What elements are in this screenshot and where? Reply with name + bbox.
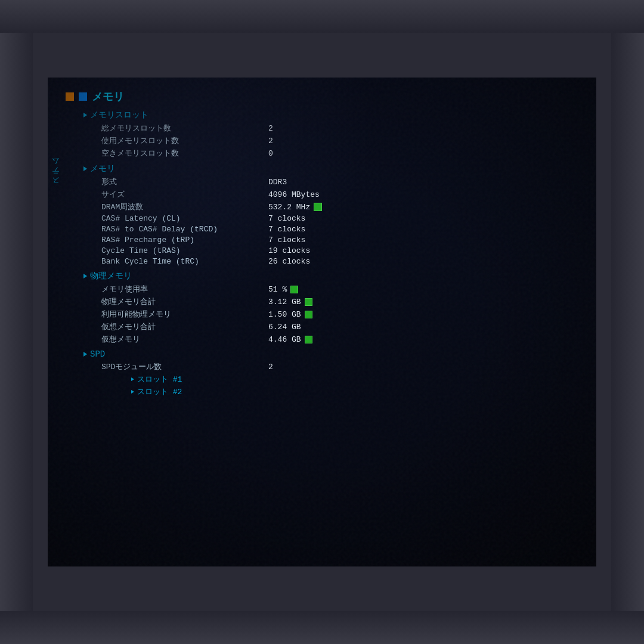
memory-slot-row-0: 総メモリスロット数 2 [101, 123, 596, 134]
physical-memory-row-4: 仮想メモリ 4.46 GB [101, 334, 596, 345]
physical-memory-value-4: 4.46 GB [268, 335, 312, 344]
spd-header: SPD [83, 349, 596, 359]
memory-label-0: 形式 [101, 177, 268, 187]
spd-slot-label-1: スロット #2 [137, 386, 182, 397]
spd-slot-label-0: スロット #1 [137, 374, 182, 385]
screen-content: ステム メモリ メモリスロット 総メモリスロット数 2 使用メモリスロット数 2… [48, 78, 596, 566]
memory-row-4: RAS# to CAS# Delay (tRCD) 7 clocks [101, 225, 596, 234]
physical-memory-label-0: メモリ使用率 [101, 284, 268, 295]
memory-slot-label-1: 使用メモリスロット数 [101, 135, 268, 146]
memory-row-2: DRAM周波数 532.2 MHz [101, 202, 596, 212]
page-title-text: メモリ [92, 89, 124, 104]
memory-row-6: Cycle Time (tRAS) 19 clocks [101, 246, 596, 255]
memory-value-4: 7 clocks [268, 225, 305, 234]
spd-header-text: SPD [90, 349, 105, 359]
physical-memory-label-3: 仮想メモリ合計 [101, 321, 268, 332]
spd-module-count-row: SPDモジュール数 2 [101, 361, 596, 372]
memory-row-5: RAS# Precharge (tRP) 7 clocks [101, 236, 596, 244]
green-indicator-small [305, 336, 312, 343]
physical-memory-header-text: 物理メモリ [90, 271, 132, 281]
spd-slots: スロット #1 スロット #2 [101, 374, 596, 397]
memory-row-0: 形式 DDR3 [101, 177, 596, 187]
physical-memory-value-1: 3.12 GB [268, 298, 312, 306]
physical-memory-label-4: 仮想メモリ [101, 334, 268, 345]
memory-value-6: 19 clocks [268, 246, 310, 255]
memory-section: メモリ 形式 DDR3 サイズ 4096 MBytes DRAM周波数 532.… [83, 163, 596, 266]
memory-slot-value-2: 0 [268, 149, 273, 158]
memory-value-0: DDR3 [268, 178, 287, 187]
triangle-sm-icon-0 [131, 377, 134, 381]
physical-memory-section: 物理メモリ メモリ使用率 51 % 物理メモリ合計 3.12 GB 利用可能物理… [83, 271, 596, 345]
physical-memory-row-1: 物理メモリ合計 3.12 GB [101, 296, 596, 307]
memory-label-1: サイズ [101, 189, 268, 200]
green-indicator-small [290, 286, 298, 293]
memory-value-3: 7 clocks [268, 214, 305, 223]
physical-memory-row-0: メモリ使用率 51 % [101, 284, 596, 295]
triangle-icon-memory [83, 166, 87, 171]
memory-slots-header-text: メモリスロット [90, 110, 148, 120]
memory-slot-row-2: 空きメモリスロット数 0 [101, 148, 596, 159]
photo-border-bottom [0, 611, 644, 644]
memory-value-1: 4096 MBytes [268, 190, 320, 199]
memory-slots-section: メモリスロット 総メモリスロット数 2 使用メモリスロット数 2 空きメモリスロ… [83, 110, 596, 159]
green-indicator [314, 203, 322, 211]
memory-label-4: RAS# to CAS# Delay (tRCD) [101, 225, 268, 234]
spd-section: SPD SPDモジュール数 2 スロット #1 スロット #2 [83, 349, 596, 397]
green-indicator-small [305, 298, 312, 306]
spd-rows: SPDモジュール数 2 スロット #1 スロット #2 [101, 361, 596, 397]
triangle-icon [83, 113, 87, 117]
sidebar-label: ステム [51, 161, 61, 188]
memory-value-2: 532.2 MHz [268, 203, 322, 212]
memory-rows: 形式 DDR3 サイズ 4096 MBytes DRAM周波数 532.2 MH… [101, 177, 596, 266]
memory-slot-row-1: 使用メモリスロット数 2 [101, 135, 596, 146]
memory-value-5: 7 clocks [268, 236, 305, 244]
physical-memory-header: 物理メモリ [83, 271, 596, 281]
memory-label-5: RAS# Precharge (tRP) [101, 236, 268, 244]
green-indicator-small [305, 311, 312, 318]
memory-label-6: Cycle Time (tRAS) [101, 246, 268, 255]
memory-slots-rows: 総メモリスロット数 2 使用メモリスロット数 2 空きメモリスロット数 0 [101, 123, 596, 159]
memory-label-3: CAS# Latency (CL) [101, 214, 268, 223]
memory-slot-label-0: 総メモリスロット数 [101, 123, 268, 134]
triangle-sm-icon-1 [131, 390, 134, 394]
memory-section-header-text: メモリ [90, 163, 115, 174]
physical-memory-value-2: 1.50 GB [268, 310, 312, 319]
physical-memory-rows: メモリ使用率 51 % 物理メモリ合計 3.12 GB 利用可能物理メモリ 1.… [101, 284, 596, 345]
spd-slot-item-1[interactable]: スロット #2 [131, 386, 596, 397]
memory-section-header: メモリ [83, 163, 596, 174]
triangle-icon-physical [83, 274, 87, 278]
photo-border-top [0, 0, 644, 33]
title-icon-orange [66, 92, 74, 101]
physical-memory-label-1: 物理メモリ合計 [101, 296, 268, 307]
physical-memory-row-2: 利用可能物理メモリ 1.50 GB [101, 309, 596, 320]
memory-slot-value-0: 2 [268, 124, 273, 133]
photo-border-right [611, 33, 644, 611]
physical-memory-row-3: 仮想メモリ合計 6.24 GB [101, 321, 596, 332]
memory-row-1: サイズ 4096 MBytes [101, 189, 596, 200]
memory-label-2: DRAM周波数 [101, 202, 268, 212]
memory-value-7: 26 clocks [268, 257, 310, 266]
ui-panel: ステム メモリ メモリスロット 総メモリスロット数 2 使用メモリスロット数 2… [66, 89, 596, 566]
physical-memory-value-0: 51 % [268, 285, 298, 294]
memory-label-7: Bank Cycle Time (tRC) [101, 257, 268, 266]
title-icon-blue [79, 92, 87, 101]
triangle-icon-spd [83, 352, 87, 357]
page-title: メモリ [66, 89, 596, 104]
memory-slot-value-1: 2 [268, 137, 273, 145]
spd-slot-item-0[interactable]: スロット #1 [131, 374, 596, 385]
physical-memory-value-3: 6.24 GB [268, 323, 301, 332]
spd-module-count-value: 2 [268, 363, 273, 371]
memory-slots-header: メモリスロット [83, 110, 596, 120]
memory-row-3: CAS# Latency (CL) 7 clocks [101, 214, 596, 223]
photo-frame: ステム メモリ メモリスロット 総メモリスロット数 2 使用メモリスロット数 2… [0, 0, 644, 644]
spd-module-count-label: SPDモジュール数 [101, 361, 268, 372]
photo-border-left [0, 33, 33, 611]
memory-row-7: Bank Cycle Time (tRC) 26 clocks [101, 257, 596, 266]
memory-slot-label-2: 空きメモリスロット数 [101, 148, 268, 159]
physical-memory-label-2: 利用可能物理メモリ [101, 309, 268, 320]
